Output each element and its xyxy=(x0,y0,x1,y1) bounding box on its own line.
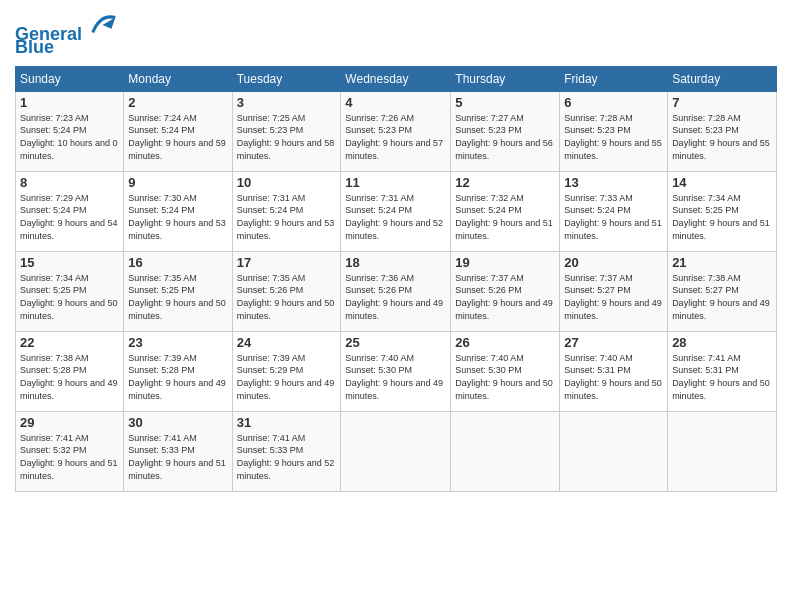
calendar-day-14: 14Sunrise: 7:34 AMSunset: 5:25 PMDayligh… xyxy=(668,171,777,251)
calendar-day-4: 4Sunrise: 7:26 AMSunset: 5:23 PMDaylight… xyxy=(341,91,451,171)
calendar-body: 1Sunrise: 7:23 AMSunset: 5:24 PMDaylight… xyxy=(16,91,777,491)
calendar-day-6: 6Sunrise: 7:28 AMSunset: 5:23 PMDaylight… xyxy=(560,91,668,171)
calendar-day-8: 8Sunrise: 7:29 AMSunset: 5:24 PMDaylight… xyxy=(16,171,124,251)
calendar-day-12: 12Sunrise: 7:32 AMSunset: 5:24 PMDayligh… xyxy=(451,171,560,251)
calendar-week-1: 1Sunrise: 7:23 AMSunset: 5:24 PMDaylight… xyxy=(16,91,777,171)
column-header-friday: Friday xyxy=(560,66,668,91)
calendar-table: SundayMondayTuesdayWednesdayThursdayFrid… xyxy=(15,66,777,492)
calendar-day-19: 19Sunrise: 7:37 AMSunset: 5:26 PMDayligh… xyxy=(451,251,560,331)
calendar-day-16: 16Sunrise: 7:35 AMSunset: 5:25 PMDayligh… xyxy=(124,251,232,331)
calendar-day-25: 25Sunrise: 7:40 AMSunset: 5:30 PMDayligh… xyxy=(341,331,451,411)
column-header-tuesday: Tuesday xyxy=(232,66,341,91)
calendar-day-31: 31Sunrise: 7:41 AMSunset: 5:33 PMDayligh… xyxy=(232,411,341,491)
calendar-day-2: 2Sunrise: 7:24 AMSunset: 5:24 PMDaylight… xyxy=(124,91,232,171)
calendar-day-22: 22Sunrise: 7:38 AMSunset: 5:28 PMDayligh… xyxy=(16,331,124,411)
calendar-day-21: 21Sunrise: 7:38 AMSunset: 5:27 PMDayligh… xyxy=(668,251,777,331)
logo: General Blue xyxy=(15,10,119,58)
calendar-day-30: 30Sunrise: 7:41 AMSunset: 5:33 PMDayligh… xyxy=(124,411,232,491)
column-header-monday: Monday xyxy=(124,66,232,91)
calendar-day-27: 27Sunrise: 7:40 AMSunset: 5:31 PMDayligh… xyxy=(560,331,668,411)
calendar-day-1: 1Sunrise: 7:23 AMSunset: 5:24 PMDaylight… xyxy=(16,91,124,171)
calendar-day-empty xyxy=(560,411,668,491)
logo-icon xyxy=(89,10,119,40)
page-container: General Blue SundayMondayTuesdayWednesda… xyxy=(0,0,792,502)
calendar-day-15: 15Sunrise: 7:34 AMSunset: 5:25 PMDayligh… xyxy=(16,251,124,331)
calendar-day-20: 20Sunrise: 7:37 AMSunset: 5:27 PMDayligh… xyxy=(560,251,668,331)
calendar-day-17: 17Sunrise: 7:35 AMSunset: 5:26 PMDayligh… xyxy=(232,251,341,331)
calendar-day-empty xyxy=(341,411,451,491)
calendar-day-empty xyxy=(451,411,560,491)
calendar-day-23: 23Sunrise: 7:39 AMSunset: 5:28 PMDayligh… xyxy=(124,331,232,411)
column-header-sunday: Sunday xyxy=(16,66,124,91)
calendar-day-11: 11Sunrise: 7:31 AMSunset: 5:24 PMDayligh… xyxy=(341,171,451,251)
calendar-day-7: 7Sunrise: 7:28 AMSunset: 5:23 PMDaylight… xyxy=(668,91,777,171)
column-header-saturday: Saturday xyxy=(668,66,777,91)
calendar-day-13: 13Sunrise: 7:33 AMSunset: 5:24 PMDayligh… xyxy=(560,171,668,251)
calendar-day-empty xyxy=(668,411,777,491)
calendar-week-3: 15Sunrise: 7:34 AMSunset: 5:25 PMDayligh… xyxy=(16,251,777,331)
calendar-day-24: 24Sunrise: 7:39 AMSunset: 5:29 PMDayligh… xyxy=(232,331,341,411)
calendar-day-5: 5Sunrise: 7:27 AMSunset: 5:23 PMDaylight… xyxy=(451,91,560,171)
calendar-day-10: 10Sunrise: 7:31 AMSunset: 5:24 PMDayligh… xyxy=(232,171,341,251)
calendar-week-2: 8Sunrise: 7:29 AMSunset: 5:24 PMDaylight… xyxy=(16,171,777,251)
page-header: General Blue xyxy=(15,10,777,58)
calendar-day-26: 26Sunrise: 7:40 AMSunset: 5:30 PMDayligh… xyxy=(451,331,560,411)
calendar-week-5: 29Sunrise: 7:41 AMSunset: 5:32 PMDayligh… xyxy=(16,411,777,491)
calendar-day-9: 9Sunrise: 7:30 AMSunset: 5:24 PMDaylight… xyxy=(124,171,232,251)
column-header-thursday: Thursday xyxy=(451,66,560,91)
calendar-day-29: 29Sunrise: 7:41 AMSunset: 5:32 PMDayligh… xyxy=(16,411,124,491)
calendar-week-4: 22Sunrise: 7:38 AMSunset: 5:28 PMDayligh… xyxy=(16,331,777,411)
calendar-day-3: 3Sunrise: 7:25 AMSunset: 5:23 PMDaylight… xyxy=(232,91,341,171)
calendar-day-18: 18Sunrise: 7:36 AMSunset: 5:26 PMDayligh… xyxy=(341,251,451,331)
column-header-wednesday: Wednesday xyxy=(341,66,451,91)
calendar-day-28: 28Sunrise: 7:41 AMSunset: 5:31 PMDayligh… xyxy=(668,331,777,411)
calendar-header-row: SundayMondayTuesdayWednesdayThursdayFrid… xyxy=(16,66,777,91)
